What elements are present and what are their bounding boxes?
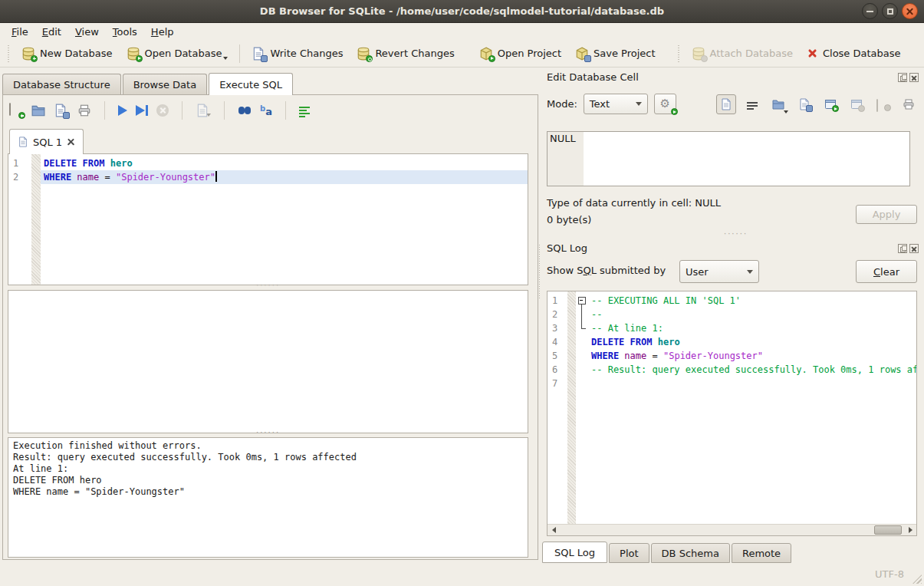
open-project-button[interactable]: Open Project xyxy=(472,43,568,64)
close-dock-icon[interactable] xyxy=(909,244,919,253)
line-number: 1 xyxy=(552,294,567,308)
text-mode-button[interactable] xyxy=(716,94,736,114)
clear-log-button[interactable]: Clear xyxy=(856,260,917,283)
scroll-right-arrow[interactable] xyxy=(904,525,916,535)
cell-mode-select[interactable]: Text xyxy=(584,94,648,114)
sql-editor[interactable]: 12 DELETE FROM heroWHERE name = "Spider-… xyxy=(8,153,528,285)
menu-help[interactable]: Help xyxy=(144,25,181,39)
execution-message-box[interactable]: Execution finished without errors. Resul… xyxy=(8,437,528,558)
sql-log-dock-title: SQL Log xyxy=(547,242,587,254)
scrollbar-thumb[interactable] xyxy=(874,525,902,535)
tab-remote[interactable]: Remote xyxy=(732,543,791,563)
toolbar-drag-handle[interactable] xyxy=(6,45,12,62)
line-number: 2 xyxy=(552,308,567,321)
code-line[interactable]: WHERE name = "Spider-Youngster" xyxy=(588,349,916,363)
close-database-button[interactable]: Close Database xyxy=(800,44,908,63)
editor-code-area[interactable]: DELETE FROM heroWHERE name = "Spider-You… xyxy=(41,154,528,285)
save-project-button[interactable]: Save Project xyxy=(568,43,663,64)
auto-switch-mode-button[interactable]: ⚙ xyxy=(654,94,676,114)
float-dock-icon[interactable] xyxy=(898,244,907,253)
format-sql-button[interactable] xyxy=(299,104,310,117)
menu-edit[interactable]: Edit xyxy=(35,25,68,39)
log-filter-select[interactable]: User xyxy=(679,260,759,283)
open-external-icon xyxy=(824,98,837,110)
execute-current-line-button[interactable] xyxy=(136,105,148,116)
print-cell-button[interactable] xyxy=(899,94,919,114)
cell-editor-toolbar xyxy=(716,94,919,114)
code-line[interactable]: DELETE FROM hero xyxy=(588,335,916,349)
titlebar[interactable]: DB Browser for SQLite - /home/user/code/… xyxy=(0,0,924,23)
results-grid[interactable] xyxy=(8,290,528,433)
close-tab-icon[interactable] xyxy=(67,138,75,146)
cell-mode-row: Mode: Text ⚙ xyxy=(547,94,676,114)
minimize-button[interactable] xyxy=(862,3,878,19)
close-dock-icon[interactable] xyxy=(909,73,919,82)
fold-marker xyxy=(576,308,588,321)
scrollbar-track[interactable] xyxy=(560,525,904,535)
tab-db-schema[interactable]: DB Schema xyxy=(651,543,730,563)
find-replace-button[interactable]: ba xyxy=(260,103,272,118)
log-horizontal-scrollbar[interactable] xyxy=(547,524,916,535)
editor-results-splitter[interactable]: ······ xyxy=(256,284,280,290)
export-cell-data-button[interactable] xyxy=(794,94,814,114)
open-database-dropdown-icon[interactable] xyxy=(223,57,228,60)
fold-marker[interactable] xyxy=(576,294,588,308)
new-database-button[interactable]: New Database xyxy=(15,43,120,64)
print-sql-button[interactable] xyxy=(77,104,91,117)
write-changes-button[interactable]: Write Changes xyxy=(245,43,350,64)
code-line[interactable]: -- Result: query executed successfully. … xyxy=(588,363,916,377)
close-button[interactable] xyxy=(902,3,918,19)
attach-database-label: Attach Database xyxy=(710,48,793,59)
new-database-label: New Database xyxy=(40,48,113,59)
close-database-label: Close Database xyxy=(823,48,901,59)
find-button[interactable] xyxy=(238,104,252,117)
open-url-button[interactable] xyxy=(847,94,866,114)
log-code-area[interactable]: -- EXECUTING ALL IN 'SQL 1'---- At line … xyxy=(588,291,916,535)
print-icon xyxy=(77,104,91,117)
tab-database-structure[interactable]: Database Structure xyxy=(2,74,121,94)
code-line[interactable]: WHERE name = "Spider-Youngster" xyxy=(41,170,528,184)
maximize-button[interactable] xyxy=(882,3,898,19)
resize-grip[interactable] xyxy=(912,574,922,584)
revert-changes-button[interactable]: Revert Changes xyxy=(350,43,461,64)
code-line[interactable]: -- EXECUTING ALL IN 'SQL 1' xyxy=(588,294,916,308)
scroll-left-arrow[interactable] xyxy=(547,525,560,535)
code-line[interactable] xyxy=(588,377,916,390)
apply-button: Apply xyxy=(856,205,917,224)
results-message-splitter[interactable]: ······ xyxy=(256,431,280,437)
database-open-icon xyxy=(127,47,140,61)
new-tab-icon xyxy=(9,104,23,117)
encoding-indicator: UTF-8 xyxy=(875,568,904,580)
code-line[interactable]: -- xyxy=(588,308,916,321)
code-line[interactable]: DELETE FROM hero xyxy=(41,156,528,170)
menu-tools[interactable]: Tools xyxy=(106,25,144,39)
open-database-button[interactable]: Open Database xyxy=(120,43,235,64)
execute-all-button[interactable] xyxy=(118,105,127,116)
line-number: 6 xyxy=(552,363,567,377)
tab-browse-data[interactable]: Browse Data xyxy=(123,74,208,94)
menubar: File Edit View Tools Help xyxy=(0,23,924,40)
tab-plot[interactable]: Plot xyxy=(609,543,649,563)
menu-file[interactable]: File xyxy=(5,25,35,39)
stop-execution-button xyxy=(156,104,169,117)
dock-splitter[interactable]: ······ xyxy=(724,232,748,239)
cell-text-area[interactable] xyxy=(584,132,909,186)
open-sql-file-button[interactable] xyxy=(31,104,45,117)
import-cell-data-button[interactable] xyxy=(768,94,788,114)
new-sql-tab-button[interactable] xyxy=(9,104,23,117)
toolbar-separator xyxy=(104,101,105,120)
open-external-button[interactable] xyxy=(820,94,840,114)
tab-execute-sql[interactable]: Execute SQL xyxy=(209,73,293,95)
menu-view[interactable]: View xyxy=(68,25,106,39)
tab-sql-log[interactable]: SQL Log xyxy=(542,542,607,563)
save-sql-file-button[interactable] xyxy=(54,104,69,117)
word-wrap-button[interactable] xyxy=(742,94,762,114)
toolbar-drag-handle[interactable] xyxy=(676,45,682,62)
cell-value-editor[interactable]: NULL xyxy=(547,131,910,186)
sql-document-tab[interactable]: SQL 1 xyxy=(9,129,84,154)
code-line[interactable]: -- At line 1: xyxy=(588,321,916,335)
log-fold-markers[interactable] xyxy=(576,291,588,535)
sql-log-view[interactable]: 1234567 -- EXECUTING ALL IN 'SQL 1'---- … xyxy=(547,291,917,536)
import-file-icon xyxy=(772,98,784,110)
float-dock-icon[interactable] xyxy=(898,73,907,82)
